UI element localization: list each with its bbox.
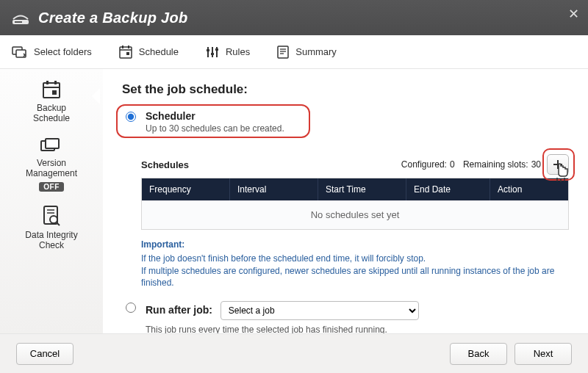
- svg-rect-15: [278, 46, 288, 58]
- important-title: Important:: [141, 239, 569, 251]
- footer-bar: Cancel Back Next: [0, 333, 588, 373]
- table-header: Frequency Interval Start Time End Date A…: [142, 178, 568, 200]
- cancel-button[interactable]: Cancel: [16, 343, 74, 365]
- schedules-table: Frequency Interval Start Time End Date A…: [141, 178, 569, 230]
- select-job-dropdown[interactable]: Select a job: [220, 301, 419, 320]
- calendar-icon: [118, 45, 133, 59]
- svg-rect-7: [128, 46, 129, 48]
- svg-rect-14: [215, 48, 218, 51]
- sidebar-item-data-integrity[interactable]: Data Integrity Check: [11, 205, 92, 251]
- important-line: If multiple schedules are configured, ne…: [141, 266, 554, 289]
- svg-rect-13: [211, 53, 214, 55]
- close-icon[interactable]: ✕: [568, 6, 579, 22]
- step-summary[interactable]: Summary: [276, 45, 337, 59]
- remaining-value: 30: [531, 159, 541, 170]
- run-after-label: Run after job:: [146, 304, 212, 316]
- th-action: Action: [490, 178, 568, 200]
- svg-rect-25: [46, 139, 59, 148]
- integrity-icon: [42, 205, 61, 227]
- left-sidebar: Backup Schedule Version Management OFF D…: [0, 69, 103, 333]
- svg-point-29: [50, 216, 57, 223]
- svg-rect-4: [120, 47, 132, 58]
- radio-scheduler[interactable]: [126, 112, 136, 122]
- step-label: Summary: [295, 46, 337, 57]
- schedules-heading: Schedules: [141, 159, 189, 170]
- add-schedule-button[interactable]: [547, 154, 569, 175]
- scheduler-label: Scheduler: [146, 110, 284, 122]
- svg-rect-12: [207, 49, 209, 51]
- run-after-desc: This job runs every time the selected jo…: [146, 325, 419, 333]
- wizard-steps: Select folders Schedule Rules Summary: [0, 35, 588, 69]
- folders-icon: [12, 45, 28, 59]
- radio-run-after-job[interactable]: [126, 303, 136, 313]
- table-empty-message: No schedules set yet: [142, 200, 568, 229]
- calendar-icon: [40, 79, 62, 100]
- nas-icon: [10, 10, 31, 26]
- sidebar-item-label: Backup Schedule: [33, 103, 70, 124]
- main-pane: Set the job schedule: Scheduler Up to 30…: [103, 69, 588, 333]
- next-button[interactable]: Next: [514, 343, 572, 365]
- svg-rect-22: [54, 81, 57, 84]
- important-line: If the job doesn't finish before the sch…: [141, 253, 426, 264]
- configured-label: Configured:: [401, 159, 447, 170]
- th-frequency: Frequency: [142, 178, 230, 200]
- step-rules[interactable]: Rules: [205, 45, 250, 59]
- step-select-folders[interactable]: Select folders: [12, 45, 92, 59]
- scheduler-desc: Up to 30 schedules can be created.: [146, 123, 284, 134]
- svg-rect-19: [43, 83, 60, 98]
- step-label: Schedule: [139, 46, 179, 57]
- th-interval: Interval: [230, 178, 318, 200]
- step-label: Rules: [226, 46, 250, 57]
- svg-rect-8: [126, 52, 129, 55]
- step-label: Select folders: [34, 46, 92, 57]
- sidebar-item-version-management[interactable]: Version Management OFF: [11, 137, 92, 192]
- th-start: Start Time: [318, 178, 406, 200]
- document-icon: [276, 45, 290, 59]
- page-title: Set the job schedule:: [122, 82, 569, 97]
- th-end: End Date: [406, 178, 490, 200]
- svg-rect-23: [52, 90, 57, 95]
- status-badge: OFF: [39, 182, 64, 192]
- window-header: Create a Backup Job ✕: [0, 0, 588, 35]
- step-schedule[interactable]: Schedule: [118, 45, 179, 59]
- configured-value: 0: [450, 159, 455, 170]
- sidebar-item-label: Version Management: [26, 158, 77, 179]
- svg-rect-1: [15, 21, 22, 23]
- sliders-icon: [205, 45, 220, 59]
- svg-rect-6: [122, 46, 123, 48]
- important-note: Important: If the job doesn't finish bef…: [141, 239, 569, 289]
- plus-icon: [553, 159, 563, 170]
- versions-icon: [40, 137, 63, 155]
- sidebar-item-label: Data Integrity Check: [25, 230, 77, 251]
- sidebar-item-backup-schedule[interactable]: Backup Schedule: [11, 79, 92, 124]
- svg-line-30: [57, 222, 60, 225]
- back-button[interactable]: Back: [450, 343, 507, 365]
- remaining-label: Remaining slots:: [463, 159, 528, 170]
- svg-rect-21: [46, 81, 49, 84]
- window-title: Create a Backup Job: [38, 10, 188, 26]
